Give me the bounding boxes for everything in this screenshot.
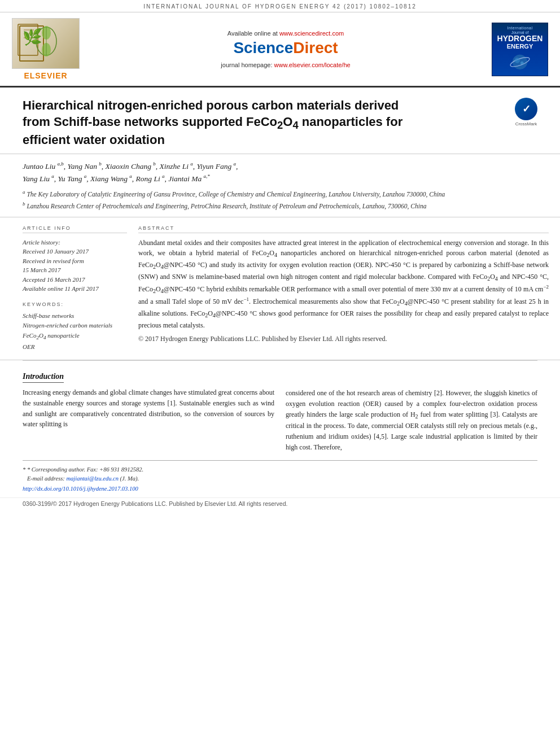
affiliation-a: a The Key Laboratory of Catalytic Engine…	[23, 189, 537, 199]
svg-point-10	[515, 58, 520, 63]
crossmark-badge: ✓ CrossMark	[515, 98, 537, 126]
article-title: Hierarchical nitrogen-enriched porous ca…	[23, 98, 429, 148]
keywords-section: Keywords: Schiff-base networks Nitrogen-…	[23, 302, 127, 352]
svg-point-8	[513, 55, 527, 69]
introduction-right-text: considered one of the hot research areas…	[286, 388, 537, 452]
journal-title-bar: INTERNATIONAL JOURNAL OF HYDROGEN ENERGY…	[143, 3, 417, 10]
energy-label: ENERGY	[507, 43, 533, 50]
journal-header-bar: INTERNATIONAL JOURNAL OF HYDROGEN ENERGY…	[0, 0, 560, 12]
sciencedirect-logo-text: ScienceDirect	[233, 39, 338, 57]
revised-date: 15 March 2017	[23, 265, 127, 275]
issn-text: 0360-3199/© 2017 Hydrogen Energy Publica…	[23, 500, 287, 507]
article-history: Article history: Received 10 January 201…	[23, 238, 127, 294]
revised-label: Received in revised form	[23, 256, 127, 266]
sciencedirect-url-link[interactable]: www.sciencedirect.com	[279, 30, 344, 37]
main-content: ARTICLE INFO Article history: Received 1…	[0, 217, 560, 361]
svg-rect-0	[18, 24, 38, 55]
intl-label: International	[507, 26, 532, 30]
introduction-section: Introduction Increasing energy demands a…	[0, 361, 560, 460]
introduction-title: Introduction	[23, 372, 64, 383]
received-date: Received 10 January 2017	[23, 247, 127, 256]
footnotes-section: * * Corresponding author. Fax: +86 931 8…	[23, 460, 537, 493]
hydrogen-journal-box: International Journal of HYDROGEN ENERGY	[492, 23, 548, 76]
history-label: Article history:	[23, 238, 127, 247]
available-date: Available online 11 April 2017	[23, 284, 127, 294]
header-section: ELSEVIER Available online at www.science…	[0, 12, 560, 88]
introduction-right: considered one of the hot research areas…	[286, 372, 537, 452]
copyright-text: © 2017 Hydrogen Energy Publications LLC.…	[138, 334, 549, 344]
introduction-left: Introduction Increasing energy demands a…	[23, 372, 274, 452]
accepted-date: Accepted 16 March 2017	[23, 275, 127, 285]
planet-graphic	[509, 51, 531, 73]
email-link[interactable]: majiantai@lzu.edu.cn	[66, 475, 119, 482]
title-section: Hierarchical nitrogen-enriched porous ca…	[0, 88, 560, 154]
abstract-section: ABSTRACT Abundant metal oxides and their…	[138, 225, 549, 352]
keyword-4: OER	[23, 342, 127, 352]
keyword-3: FeCo2O4 nanoparticle	[23, 331, 127, 342]
keyword-2: Nitrogen-enriched carbon materials	[23, 321, 127, 331]
elsevier-brand-label: ELSEVIER	[24, 71, 67, 80]
journal-homepage-text: journal homepage: www.elsevier.com/locat…	[221, 62, 350, 68]
article-info-label: ARTICLE INFO	[23, 225, 127, 233]
footnote-doi: http://dx.doi.org/10.1016/j.ijhydene.201…	[23, 484, 537, 493]
keywords-label: Keywords:	[23, 302, 127, 309]
hydrogen-journal-logo: International Journal of HYDROGEN ENERGY	[489, 18, 551, 80]
authors-list: Juntao Liu a,b, Yang Nan b, Xiaoxin Chan…	[23, 160, 537, 185]
footnote-email: E-mail address: majiantai@lzu.edu.cn (J.…	[23, 474, 537, 483]
journal-homepage-link[interactable]: www.elsevier.com/locate/he	[274, 62, 351, 68]
hydrogen-label: HYDROGEN	[497, 34, 543, 43]
introduction-left-text: Increasing energy demands and global cli…	[23, 387, 274, 429]
elsevier-logo-container: ELSEVIER	[9, 18, 82, 80]
authors-section: Juntao Liu a,b, Yang Nan b, Xiaoxin Chan…	[0, 154, 560, 217]
keyword-1: Schiff-base networks	[23, 311, 127, 321]
footnote-corresponding: * * Corresponding author. Fax: +86 931 8…	[23, 465, 537, 474]
doi-link[interactable]: http://dx.doi.org/10.1016/j.ijhydene.201…	[23, 486, 138, 492]
crossmark-circle: ✓	[515, 98, 537, 120]
affiliation-b: b Lanzhou Research Center of Petrochemic…	[23, 200, 537, 211]
elsevier-image	[12, 18, 80, 69]
abstract-body: Abundant metal oxides and their composit…	[138, 238, 549, 344]
crossmark-label: CrossMark	[515, 121, 537, 126]
available-online-text: Available online at www.sciencedirect.co…	[228, 30, 344, 37]
center-header: Available online at www.sciencedirect.co…	[89, 18, 482, 80]
abstract-label: ABSTRACT	[138, 225, 549, 233]
affiliations: a The Key Laboratory of Catalytic Engine…	[23, 189, 537, 211]
article-info-column: ARTICLE INFO Article history: Received 1…	[23, 225, 127, 352]
svg-point-11	[520, 62, 524, 65]
bottom-bar: 0360-3199/© 2017 Hydrogen Energy Publica…	[0, 497, 560, 510]
